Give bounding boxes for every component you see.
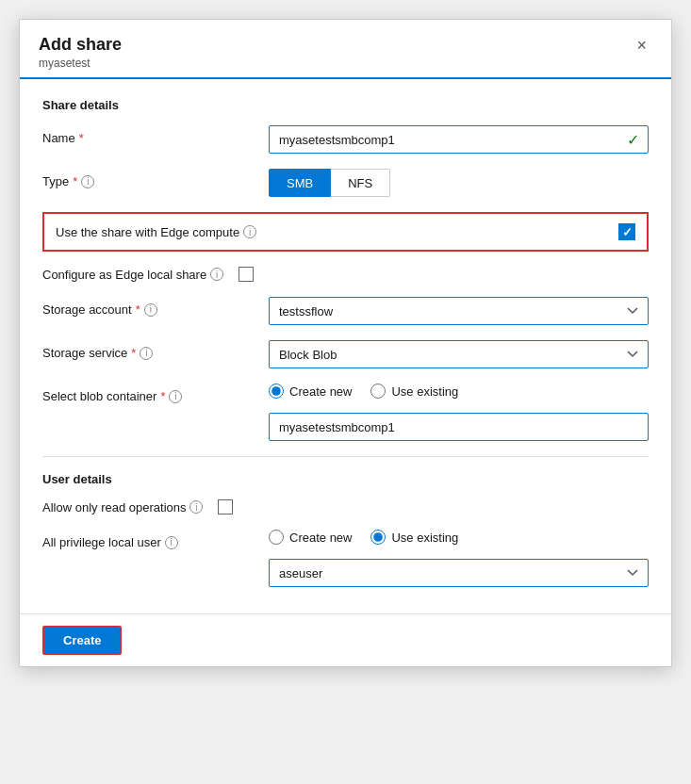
type-required: *	[73, 174, 77, 188]
share-details-section-title: Share details	[42, 98, 649, 112]
configure-local-row: Configure as Edge local share i	[42, 267, 649, 282]
name-valid-icon: ✓	[627, 131, 639, 149]
storage-service-info-icon: i	[140, 347, 153, 360]
name-row: Name * ✓	[42, 125, 649, 154]
name-required: *	[79, 131, 84, 145]
configure-local-label: Configure as Edge local share i	[42, 268, 223, 282]
local-user-info-icon: i	[165, 536, 178, 549]
blob-container-label: Select blob container * i	[42, 384, 269, 403]
read-operations-checkbox[interactable]	[218, 499, 233, 514]
local-user-dropdown-container: aseuser	[269, 559, 649, 587]
type-toggle-group: SMB NFS	[269, 169, 649, 197]
blob-container-input-container	[269, 413, 649, 441]
dialog-title: Add share	[39, 35, 122, 55]
type-smb-button[interactable]: SMB	[269, 169, 331, 197]
type-row: Type * i SMB NFS	[42, 169, 649, 197]
blob-use-existing-radio[interactable]	[370, 384, 386, 399]
storage-service-required: *	[131, 346, 136, 360]
local-user-options: Create new Use existing	[269, 530, 649, 545]
storage-service-select[interactable]: Block Blob	[269, 340, 649, 368]
name-input[interactable]	[269, 125, 649, 154]
storage-account-row: Storage account * i testssflow	[42, 297, 649, 325]
blob-container-row: Select blob container * i Create new Use…	[42, 384, 649, 441]
blob-container-required: *	[160, 389, 165, 403]
storage-service-row: Storage service * i Block Blob	[42, 340, 649, 368]
blob-container-top: Select blob container * i Create new Use…	[42, 384, 649, 403]
name-label: Name *	[42, 125, 269, 145]
blob-create-new-label[interactable]: Create new	[269, 384, 352, 399]
local-user-top: All privilege local user i Create new Us…	[42, 530, 649, 549]
close-button[interactable]: ×	[631, 35, 652, 56]
user-details-section-title: User details	[42, 472, 649, 486]
read-operations-row: Allow only read operations i	[42, 499, 649, 514]
read-operations-info-icon: i	[189, 500, 203, 514]
user-create-new-radio[interactable]	[269, 530, 284, 545]
name-input-container: ✓	[269, 125, 649, 154]
blob-create-new-text: Create new	[289, 384, 352, 399]
storage-account-info-icon: i	[144, 303, 157, 317]
local-user-label: All privilege local user i	[42, 530, 269, 549]
create-button[interactable]: Create	[42, 626, 122, 655]
dialog-body: Share details Name * ✓ Type * i SMB NF	[20, 79, 671, 613]
blob-create-new-radio[interactable]	[269, 384, 284, 399]
add-share-dialog: Add share myasetest × Share details Name…	[19, 19, 672, 667]
blob-use-existing-text: Use existing	[391, 384, 458, 399]
edge-compute-info-icon: i	[243, 225, 256, 238]
blob-container-input[interactable]	[269, 413, 649, 441]
edge-compute-row: Use the share with Edge compute i	[42, 212, 649, 252]
storage-service-label: Storage service * i	[42, 340, 269, 360]
type-label: Type * i	[42, 169, 269, 188]
blob-container-radio-group: Create new Use existing	[269, 384, 649, 399]
storage-account-select[interactable]: testssflow	[269, 297, 649, 325]
edge-compute-checkbox[interactable]	[618, 223, 635, 240]
configure-local-checkbox[interactable]	[239, 267, 254, 282]
local-user-radio-group: Create new Use existing	[269, 530, 649, 545]
dialog-footer: Create	[20, 613, 671, 666]
type-nfs-button[interactable]: NFS	[331, 169, 390, 197]
local-user-row: All privilege local user i Create new Us…	[42, 530, 649, 587]
dialog-title-area: Add share myasetest	[39, 35, 122, 70]
dialog-header: Add share myasetest ×	[20, 20, 671, 79]
edge-compute-label: Use the share with Edge compute	[56, 225, 239, 239]
storage-account-required: *	[136, 302, 140, 317]
blob-container-options: Create new Use existing	[269, 384, 649, 399]
user-create-new-text: Create new	[289, 531, 352, 545]
storage-account-label: Storage account * i	[42, 297, 269, 317]
user-use-existing-label[interactable]: Use existing	[370, 530, 458, 545]
user-use-existing-text: Use existing	[391, 531, 458, 545]
configure-local-info-icon: i	[210, 268, 223, 281]
user-details-section: User details Allow only read operations …	[42, 456, 649, 587]
edge-compute-highlighted: Use the share with Edge compute i	[42, 212, 649, 252]
blob-use-existing-label[interactable]: Use existing	[370, 384, 458, 399]
section-divider	[42, 456, 649, 457]
read-operations-label: Allow only read operations i	[42, 500, 203, 514]
dialog-subtitle: myasetest	[39, 57, 122, 70]
type-toggle: SMB NFS	[269, 169, 649, 197]
local-user-select[interactable]: aseuser	[269, 559, 649, 587]
storage-service-control: Block Blob	[269, 340, 649, 368]
user-create-new-label[interactable]: Create new	[269, 530, 352, 545]
blob-container-info-icon: i	[169, 390, 182, 403]
storage-account-control: testssflow	[269, 297, 649, 325]
type-info-icon: i	[81, 175, 94, 188]
edge-compute-label-container: Use the share with Edge compute i	[56, 225, 607, 239]
user-use-existing-radio[interactable]	[370, 530, 386, 545]
